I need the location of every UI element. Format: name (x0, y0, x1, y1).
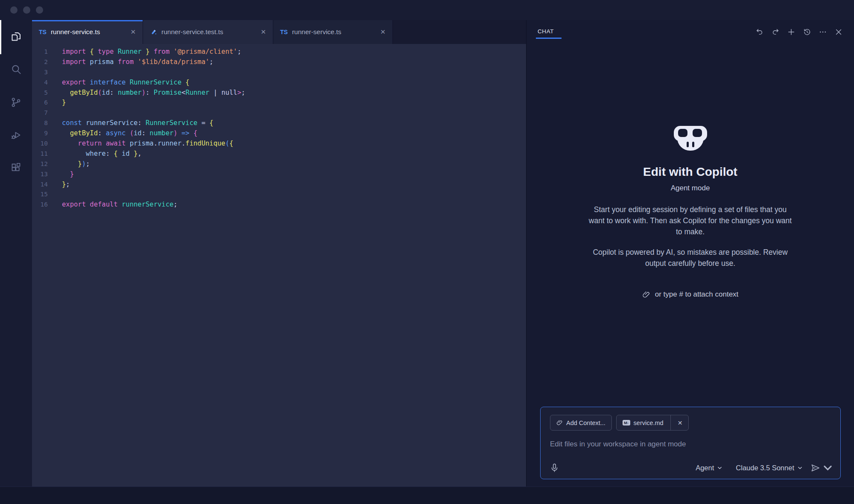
tab-label: runner-service.ts (292, 28, 341, 36)
tab-label: runner-service.ts (51, 28, 100, 36)
sidebar-item-extensions[interactable] (0, 151, 32, 184)
line-number: 8 (32, 118, 48, 128)
code-line[interactable]: 3 (32, 67, 526, 78)
close-icon[interactable]: ✕ (130, 28, 136, 36)
chat-header: CHAT (526, 20, 854, 44)
mode-picker[interactable]: Agent (696, 464, 722, 472)
line-number: 4 (32, 78, 48, 88)
line-number: 7 (32, 108, 48, 118)
code-line[interactable]: 4export interface RunnerService { (32, 78, 526, 88)
chat-input-box[interactable]: Add Context... M↓ service.md ✕ Edit file… (540, 407, 841, 479)
markdown-icon: M↓ (623, 420, 630, 426)
chevron-down-icon (717, 466, 722, 470)
line-number: 15 (32, 189, 48, 200)
more-icon[interactable] (819, 28, 827, 36)
copilot-chat-panel: CHAT (526, 20, 854, 487)
line-number: 6 (32, 98, 48, 108)
line-number: 16 (32, 200, 48, 210)
tab-label: runner-service.test.ts (161, 28, 223, 36)
tab-chat[interactable]: CHAT (537, 24, 555, 41)
code-line[interactable]: 6} (32, 98, 526, 108)
close-icon[interactable]: ✕ (380, 28, 386, 36)
empty-state-paragraph: Start your editing session by defining a… (587, 204, 794, 238)
line-number: 2 (32, 57, 48, 67)
close-icon[interactable] (834, 28, 843, 36)
line-number: 3 (32, 67, 48, 78)
git-branch-icon (10, 96, 22, 108)
code-line[interactable]: 9 getById: async (id: number) => { (32, 128, 526, 139)
microphone-icon[interactable] (550, 463, 559, 473)
line-number: 14 (32, 180, 48, 190)
sidebar-item-source-control[interactable] (0, 86, 32, 119)
typescript-icon: TS (280, 29, 288, 35)
undo-icon[interactable] (755, 28, 764, 36)
search-icon (10, 64, 22, 75)
code-line[interactable]: 8const runnerService: RunnerService = { (32, 118, 526, 128)
code-line[interactable]: 13 } (32, 169, 526, 180)
chevron-down-icon (798, 466, 802, 470)
redo-icon[interactable] (771, 28, 780, 36)
code-line[interactable]: 2import prisma from '$lib/data/prisma'; (32, 57, 526, 67)
line-number: 13 (32, 169, 48, 180)
empty-state-disclaimer: Copilot is powered by AI, so mistakes ar… (587, 247, 794, 269)
window-zoom-button[interactable] (36, 6, 43, 14)
attach-context-hint: or type # to attach context (642, 290, 739, 299)
window-minimize-button[interactable] (23, 6, 30, 14)
vscode-window: TS runner-service.ts ✕ ru (0, 0, 854, 504)
tab-runner-service-test-ts[interactable]: runner-service.test.ts ✕ (143, 20, 273, 44)
titlebar (0, 0, 854, 20)
line-number: 12 (32, 159, 48, 169)
new-chat-icon[interactable] (787, 28, 796, 36)
model-picker[interactable]: Claude 3.5 Sonnet (736, 464, 802, 472)
close-icon[interactable]: ✕ (260, 28, 266, 36)
code-line[interactable]: 5 getById(id: number): Promise<Runner | … (32, 88, 526, 98)
typescript-icon: TS (39, 29, 47, 35)
paperclip-icon (556, 420, 563, 426)
chat-tab-label: CHAT (538, 28, 554, 35)
code-area[interactable]: 1import { type Runner } from '@prisma/cl… (32, 44, 526, 487)
line-number: 9 (32, 128, 48, 139)
editor-group: TS runner-service.ts ✕ ru (32, 20, 526, 487)
activity-bar (0, 20, 32, 487)
paperclip-icon (642, 291, 650, 299)
code-line[interactable]: 12 }); (32, 159, 526, 169)
copilot-icon (673, 126, 708, 152)
active-view-indicator (0, 20, 1, 54)
beaker-icon (150, 29, 157, 36)
code-line[interactable]: 16export default runnerService; (32, 200, 526, 210)
send-icon[interactable] (810, 463, 820, 473)
code-line[interactable]: 10 return await prisma.runner.findUnique… (32, 139, 526, 149)
agent-mode-label: Agent mode (671, 184, 710, 192)
sidebar-item-run-debug[interactable] (0, 119, 32, 151)
status-bar (0, 487, 854, 504)
empty-state-title: Edit with Copilot (643, 165, 737, 179)
history-icon[interactable] (803, 28, 811, 36)
chevron-down-icon[interactable] (823, 463, 833, 473)
chat-input-placeholder[interactable]: Edit files in your workspace in agent mo… (550, 440, 831, 449)
add-context-button[interactable]: Add Context... (550, 415, 612, 431)
extensions-icon (10, 162, 22, 174)
tab-bar: TS runner-service.ts ✕ ru (32, 20, 526, 44)
code-line[interactable]: 1import { type Runner } from '@prisma/cl… (32, 47, 526, 57)
line-number: 1 (32, 47, 48, 57)
line-number: 5 (32, 88, 48, 98)
code-line[interactable]: 15 (32, 189, 526, 200)
remove-context-icon[interactable]: ✕ (675, 420, 683, 426)
code-line[interactable]: 7 (32, 108, 526, 118)
line-number: 11 (32, 149, 48, 159)
files-icon (10, 31, 22, 42)
code-line[interactable]: 14}; (32, 180, 526, 190)
window-close-button[interactable] (10, 6, 18, 14)
debug-icon (10, 129, 22, 141)
sidebar-item-search[interactable] (0, 53, 32, 86)
tab-runner-service-ts-2[interactable]: TS runner-service.ts ✕ (273, 20, 393, 44)
line-number: 10 (32, 139, 48, 149)
tab-runner-service-ts[interactable]: TS runner-service.ts ✕ (32, 20, 143, 44)
code-line[interactable]: 11 where: { id }, (32, 149, 526, 159)
sidebar-item-explorer[interactable] (0, 20, 32, 53)
context-chip-service-md[interactable]: M↓ service.md ✕ (616, 415, 689, 431)
